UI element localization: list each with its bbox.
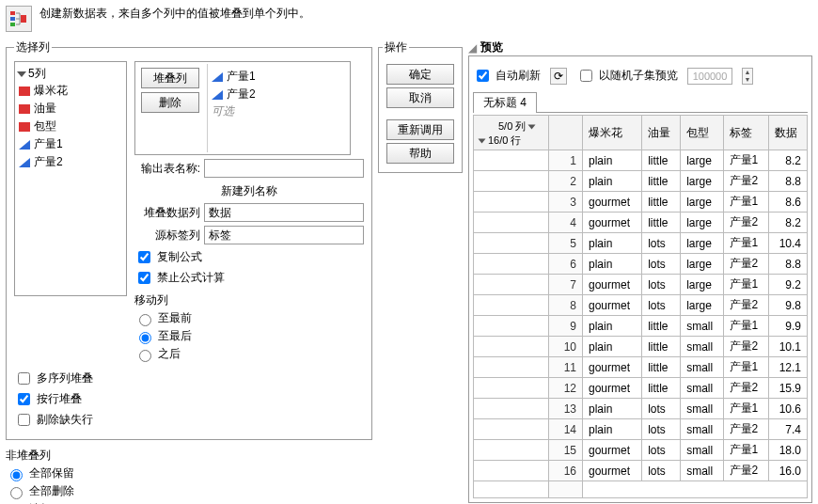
column-type-icon <box>19 87 30 96</box>
table-row[interactable]: 11gourmetlittlesmall产量112.1 <box>474 357 808 378</box>
stack-data-input[interactable] <box>204 203 364 222</box>
copy-formula-label: 复制公式 <box>157 249 202 265</box>
list-item[interactable]: 油量 <box>19 100 122 118</box>
auto-refresh-checkbox[interactable] <box>477 70 489 82</box>
cols-info: 5/0 列 <box>498 119 526 134</box>
svg-rect-3 <box>21 15 26 23</box>
drop-missing-checkbox[interactable] <box>18 414 30 426</box>
delete-button[interactable]: 删除 <box>141 92 199 113</box>
cols-menu-icon[interactable] <box>528 124 536 129</box>
nonstack-label: 非堆叠列 <box>6 448 372 464</box>
nonstack-radio[interactable] <box>10 487 23 499</box>
preview-table: 5/0 列 16/0 行 爆米花油量包型标签数据 1plainlittlelar… <box>473 115 808 498</box>
recall-button[interactable]: 重新调用 <box>386 119 454 140</box>
column-count: 5列 <box>28 66 46 82</box>
table-row[interactable]: 9plainlittlesmall产量19.9 <box>474 316 808 337</box>
rows-info: 16/0 行 <box>488 134 521 148</box>
actions-legend: 操作 <box>383 39 409 55</box>
stacked-columns-box: 堆叠列 删除 产量1产量2可选 <box>134 61 351 155</box>
output-table-label: 输出表名称: <box>134 161 200 177</box>
list-item[interactable]: 产量1 <box>19 135 122 153</box>
table-row[interactable]: 12gourmetlittlesmall产量215.9 <box>474 378 808 399</box>
table-row[interactable]: 16gourmetlotssmall产量216.0 <box>474 461 808 481</box>
by-row-checkbox[interactable] <box>18 393 30 405</box>
move-radio[interactable] <box>139 314 151 326</box>
table-row[interactable]: 5plainlotslarge产量110.4 <box>474 233 808 254</box>
auto-refresh-label: 自动刷新 <box>496 68 541 84</box>
source-tag-label: 源标签列 <box>134 228 200 244</box>
table-row[interactable]: 4gourmetlittlelarge产量28.2 <box>474 213 808 233</box>
source-tag-input[interactable] <box>204 226 364 244</box>
svg-rect-1 <box>10 17 15 21</box>
column-header[interactable]: 包型 <box>681 116 723 150</box>
forbid-calc-checkbox[interactable] <box>138 272 150 284</box>
stacked-item[interactable]: 产量2 <box>212 86 344 103</box>
column-header[interactable]: 标签 <box>723 116 768 150</box>
output-table-input[interactable] <box>204 159 364 178</box>
column-header[interactable]: 数据 <box>768 116 807 150</box>
move-radio[interactable] <box>139 332 151 344</box>
help-button[interactable]: 帮助 <box>386 143 454 164</box>
stack-button[interactable]: 堆叠列 <box>141 68 199 88</box>
table-row[interactable]: 13plainlotssmall产量110.6 <box>474 399 808 419</box>
list-item[interactable]: 包型 <box>19 118 122 135</box>
subset-stepper[interactable]: ▲▼ <box>742 68 753 85</box>
random-subset-label: 以随机子集预览 <box>599 68 678 84</box>
stacked-placeholder: 可选 <box>212 103 344 119</box>
table-row[interactable]: 3gourmetlittlelarge产量18.6 <box>474 192 808 213</box>
select-columns-group: 选择列 5列 爆米花油量包型产量1产量2 堆叠列 删除 产量1产量2可选 <box>6 39 372 440</box>
column-type-icon <box>212 90 223 100</box>
collapse-icon[interactable] <box>17 71 26 77</box>
subset-size-input[interactable]: 100000 <box>687 68 732 85</box>
app-icon <box>6 6 32 32</box>
move-section-label: 移动列 <box>134 292 364 308</box>
multi-seq-checkbox[interactable] <box>18 372 30 385</box>
svg-rect-0 <box>10 11 15 15</box>
list-item[interactable]: 产量2 <box>19 153 122 171</box>
preview-legend: 预览 <box>480 39 503 55</box>
tab-untitled[interactable]: 无标题 4 <box>473 92 537 113</box>
forbid-calc-label: 禁止公式计算 <box>157 270 225 286</box>
table-row[interactable]: 14plainlotssmall产量27.4 <box>474 419 808 440</box>
preview-disclosure-icon[interactable]: ◢ <box>468 41 477 55</box>
multi-seq-label: 多序列堆叠 <box>37 370 93 386</box>
column-header[interactable]: 油量 <box>642 116 681 150</box>
list-item[interactable]: 爆米花 <box>19 82 122 100</box>
table-row[interactable]: 10plainlittlesmall产量210.1 <box>474 337 808 357</box>
table-row[interactable]: 6plainlotslarge产量28.8 <box>474 254 808 275</box>
copy-formula-checkbox[interactable] <box>138 251 150 263</box>
stacked-item[interactable]: 产量1 <box>212 68 344 86</box>
refresh-icon[interactable]: ⟳ <box>550 68 567 85</box>
column-type-icon <box>212 72 223 82</box>
source-column-list[interactable]: 5列 爆米花油量包型产量1产量2 <box>14 61 127 296</box>
column-type-icon <box>19 104 30 114</box>
svg-rect-2 <box>10 23 15 26</box>
table-row[interactable]: 7gourmetlotslarge产量19.2 <box>474 275 808 295</box>
actions-group: 操作 确定 取消 重新调用 帮助 <box>378 39 463 173</box>
column-type-icon <box>19 158 30 167</box>
new-col-section: 新建列名称 <box>134 183 364 199</box>
nonstack-radio[interactable] <box>10 469 23 481</box>
column-type-icon <box>19 122 30 132</box>
header-description: 创建新数据表，来自多个列中的值被堆叠到单个列中。 <box>39 6 310 22</box>
ok-button[interactable]: 确定 <box>386 64 454 85</box>
table-row[interactable]: 2plainlittlelarge产量28.8 <box>474 171 808 192</box>
table-row[interactable]: 1plainlittlelarge产量18.2 <box>474 150 808 171</box>
move-radio[interactable] <box>139 350 151 362</box>
drop-missing-label: 剔除缺失行 <box>37 412 93 428</box>
table-row[interactable]: 8gourmetlotslarge产量29.8 <box>474 295 808 316</box>
random-subset-checkbox[interactable] <box>580 70 592 82</box>
stack-data-label: 堆叠数据列 <box>134 205 200 221</box>
select-columns-legend: 选择列 <box>14 39 52 55</box>
table-row[interactable]: 15gourmetlotssmall产量118.0 <box>474 440 808 461</box>
cancel-button[interactable]: 取消 <box>386 87 454 108</box>
column-type-icon <box>19 140 30 150</box>
rows-menu-icon[interactable] <box>479 138 486 143</box>
column-header[interactable]: 爆米花 <box>583 116 642 150</box>
by-row-label: 按行堆叠 <box>37 391 82 407</box>
